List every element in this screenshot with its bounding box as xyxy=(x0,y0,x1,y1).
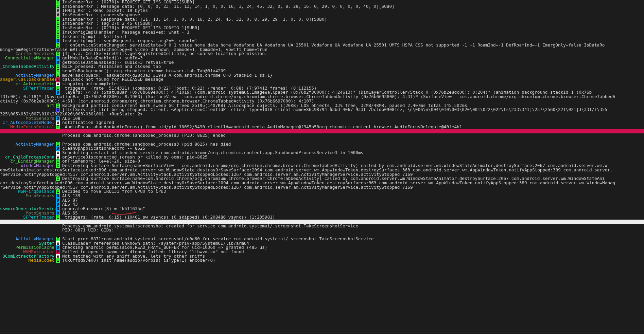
log-line[interactable]: MSM-irqbalanceIDecided to move IRQ131 fr… xyxy=(0,189,644,194)
log-message: triggers: (rate: 0:15) (10401 sw vsyncs)… xyxy=(62,215,275,220)
log-tag: MotoSensors xyxy=(0,194,56,198)
log-tag: _ChromeTabbedActivity xyxy=(0,64,56,69)
log-level-I: I xyxy=(56,125,60,129)
log-line[interactable]: 325\005\032\007\010\2022\020\003\030\001… xyxy=(0,112,644,116)
log-tag: MediaCodec xyxy=(0,258,56,263)
log-tag: SFPerfTracer xyxy=(0,215,56,220)
log-line[interactable]: PID: 8871 UID: GIDs: xyxy=(0,228,644,233)
log-level-I: I xyxy=(56,258,60,263)
log-tag: ConnectivityManager xyxy=(0,56,56,60)
log-line[interactable]: SFPerfTracerI triggers: (rate: 0:15) (10… xyxy=(0,215,644,220)
log-tag: ActivityManager xyxy=(0,142,56,147)
log-line[interactable]: MediaFocusControlI AudioFocus abandonAud… xyxy=(0,125,644,129)
log-message: PID: 8871 UID: GIDs: xyxy=(62,227,114,233)
log-message: (0x6ffdd97e00) init name(audio/vorbis) i… xyxy=(62,258,215,263)
log-line[interactable]: Process com.android.chrome:sandboxed_pro… xyxy=(0,133,644,138)
log-tag: SFPerfTracer xyxy=(0,86,56,91)
log-tag: art xyxy=(0,104,56,108)
log-message: AudioFocus abandonAudioFocus() from uid/… xyxy=(62,124,462,129)
log-line[interactable]: MotoSensorsDALS 139 xyxy=(0,194,644,198)
log-viewer[interactable]: IImsSenderRxr : [0270]> REQUEST_GET_IMS_… xyxy=(0,0,644,263)
log-message: [TiclService] Ticl being stopped: Client… xyxy=(62,107,607,112)
log-message: Process com.android.chrome:sandboxed_pro… xyxy=(62,133,226,138)
log-line[interactable]: sswordGeneratorServiceDgeneratePassword(… xyxy=(0,207,644,211)
log-line[interactable]: MediaCodecI(0x6ffdd97e00) init name(audi… xyxy=(0,258,644,263)
log-tag: MediaFocusControl xyxy=(0,125,56,129)
log-level-I: I xyxy=(56,215,60,220)
log-line[interactable]: DALS 87 xyxy=(0,198,644,203)
